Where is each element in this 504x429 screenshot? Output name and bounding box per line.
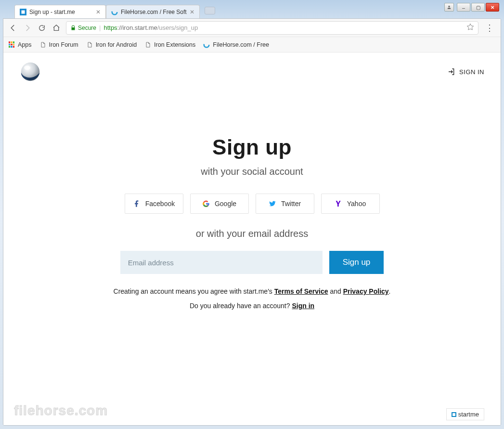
- yahoo-button[interactable]: Yahoo: [321, 194, 380, 214]
- startme-badge[interactable]: startme: [446, 408, 484, 420]
- home-button[interactable]: [52, 23, 61, 33]
- apps-icon: [8, 41, 15, 48]
- window-maximize-button[interactable]: ▢: [471, 3, 485, 12]
- window-user-button[interactable]: [444, 3, 454, 12]
- forward-button[interactable]: [23, 23, 32, 33]
- window-minimize-button[interactable]: _: [457, 3, 470, 12]
- page-content: SIGN IN Sign up with your social account…: [3, 52, 501, 425]
- tab-strip: Sign up - start.me ✕ FileHorse.com / Fre…: [3, 3, 501, 18]
- page-header: SIGN IN: [3, 52, 501, 82]
- signin-top-label: SIGN IN: [459, 68, 484, 76]
- bookmark-label: Iron Extensions: [154, 41, 195, 48]
- signup-button[interactable]: Sign up: [329, 251, 384, 274]
- tab-title: Sign up - start.me: [29, 9, 75, 15]
- tos-link[interactable]: Terms of Service: [274, 287, 328, 295]
- bookmark-star-icon[interactable]: [466, 23, 474, 32]
- toolbar: Secure | https://iron.start.me/users/sig…: [3, 19, 501, 37]
- page-subtitle: with your social account: [201, 166, 303, 177]
- signup-form: Sign up: [120, 251, 384, 274]
- secure-indicator: Secure: [70, 25, 96, 31]
- favicon-startme-icon: [20, 9, 26, 15]
- browser-menu-button[interactable]: ⋮: [483, 23, 496, 33]
- file-icon: [144, 41, 151, 48]
- browser-frame: Secure | https://iron.start.me/users/sig…: [3, 18, 501, 426]
- or-label: or with your email address: [196, 228, 308, 239]
- email-input[interactable]: [120, 251, 323, 274]
- svg-point-3: [112, 9, 117, 14]
- reload-button[interactable]: [37, 23, 47, 33]
- twitter-button[interactable]: Twitter: [256, 194, 314, 214]
- apps-button[interactable]: Apps: [8, 41, 32, 48]
- tab-close-icon[interactable]: ✕: [96, 9, 101, 15]
- google-button[interactable]: Google: [190, 194, 249, 214]
- svg-rect-2: [22, 10, 25, 13]
- bookmarks-bar: Apps Iron Forum Iron for Android Iron Ex…: [3, 37, 501, 52]
- tab-close-icon[interactable]: ✕: [190, 9, 194, 15]
- login-icon: [448, 68, 455, 76]
- already-text: Do you already have an account? Sign in: [190, 302, 314, 310]
- favicon-filehorse-icon: [111, 9, 118, 15]
- back-button[interactable]: [8, 23, 18, 33]
- social-label: Twitter: [281, 200, 301, 208]
- signup-panel: Sign up with your social account Faceboo…: [3, 135, 501, 310]
- window-close-button[interactable]: ✕: [486, 3, 499, 12]
- tab-active[interactable]: Sign up - start.me ✕: [14, 5, 106, 18]
- svg-point-4: [204, 42, 209, 47]
- legal-text: Creating an account means you agree with…: [114, 287, 391, 295]
- secure-label: Secure: [78, 25, 96, 31]
- address-bar[interactable]: Secure | https://iron.start.me/users/sig…: [66, 21, 478, 35]
- tab-inactive[interactable]: FileHorse.com / Free Soft ✕: [106, 5, 200, 18]
- srware-iron-logo-icon: [20, 61, 41, 82]
- startme-logo-icon: [452, 412, 456, 417]
- google-icon: [202, 200, 210, 208]
- window-controls: _ ▢ ✕: [444, 3, 499, 12]
- tab-title: FileHorse.com / Free Soft: [121, 9, 187, 15]
- filehorse-icon: [203, 41, 210, 48]
- bookmark-item[interactable]: Iron Extensions: [144, 41, 195, 48]
- bookmark-item[interactable]: Iron for Android: [86, 41, 137, 48]
- watermark: filehorse.com: [14, 403, 108, 418]
- bookmark-item[interactable]: FileHorse.com / Free: [203, 41, 269, 48]
- svg-point-6: [24, 65, 30, 70]
- page-title: Sign up: [212, 135, 292, 159]
- new-tab-button[interactable]: [205, 7, 215, 14]
- social-buttons: Facebook Google Twitter Yahoo: [125, 194, 380, 214]
- facebook-icon: [133, 200, 141, 208]
- file-icon: [39, 41, 46, 48]
- social-label: Yahoo: [347, 200, 366, 208]
- facebook-button[interactable]: Facebook: [125, 194, 183, 214]
- signin-link[interactable]: Sign in: [292, 302, 314, 310]
- url-text: https://iron.start.me/users/sign_up: [103, 24, 198, 31]
- social-label: Google: [215, 200, 236, 208]
- privacy-link[interactable]: Privacy Policy: [343, 287, 389, 295]
- startme-badge-label: startme: [458, 411, 479, 418]
- bookmark-item[interactable]: Iron Forum: [39, 41, 78, 48]
- yahoo-icon: [335, 200, 342, 208]
- apps-label: Apps: [18, 41, 32, 48]
- signin-top-button[interactable]: SIGN IN: [448, 68, 484, 76]
- twitter-icon: [269, 200, 276, 208]
- file-icon: [86, 41, 93, 48]
- bookmark-label: Iron Forum: [49, 41, 78, 48]
- svg-point-0: [448, 6, 450, 7]
- social-label: Facebook: [145, 200, 175, 208]
- bookmark-label: Iron for Android: [96, 41, 137, 48]
- bookmark-label: FileHorse.com / Free: [213, 41, 269, 48]
